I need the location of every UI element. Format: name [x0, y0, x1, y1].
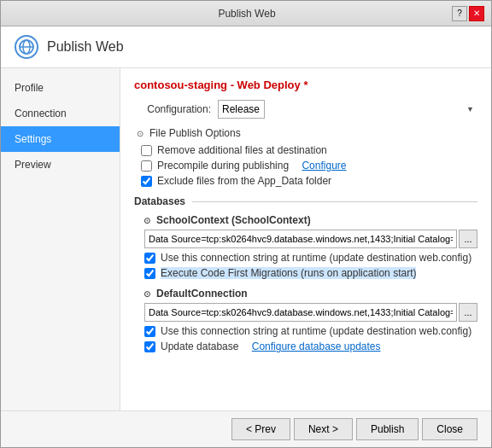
close-button[interactable]: Close [422, 418, 477, 440]
remove-files-label: Remove additional files at destination [157, 144, 327, 156]
divider-line [192, 201, 477, 202]
defaultconnection-runtime-checkbox[interactable] [144, 326, 155, 337]
schoolcontext-runtime-label: Use this connection string at runtime (u… [161, 252, 472, 264]
close-title-button[interactable]: ✕ [469, 6, 484, 21]
defaultconnection-header[interactable]: ⊙ DefaultConnection [141, 288, 477, 300]
exclude-app-row: Exclude files from the App_Data folder [141, 175, 477, 187]
schoolcontext-runtime-row: Use this connection string at runtime (u… [144, 252, 477, 264]
exclude-app-label: Exclude files from the App_Data folder [157, 175, 331, 187]
file-publish-options-group: Remove additional files at destination P… [141, 144, 477, 187]
defaultconnection-update-checkbox[interactable] [144, 341, 155, 352]
publish-button[interactable]: Publish [356, 418, 419, 440]
schoolcontext-header[interactable]: ⊙ SchoolContext (SchoolContext) [141, 214, 477, 226]
defaultconnection-input-row: ... [144, 303, 477, 322]
config-row: Configuration: Release Debug [134, 100, 477, 119]
title-bar: Publish Web ? ✕ [1, 1, 491, 26]
defaultconnection-input[interactable] [144, 303, 457, 322]
precompile-configure-link[interactable]: Configure [302, 160, 346, 172]
remove-files-row: Remove additional files at destination [141, 144, 477, 156]
prev-button[interactable]: < Prev [231, 418, 290, 440]
defaultconnection-runtime-label: Use this connection string at runtime (u… [161, 325, 472, 337]
schoolcontext-migrations-row: Execute Code First Migrations (runs on a… [144, 267, 477, 279]
collapse-icon-file: ⊙ [134, 127, 146, 139]
next-button[interactable]: Next > [294, 418, 353, 440]
schoolcontext-browse-btn[interactable]: ... [459, 230, 477, 248]
sidebar-item-connection[interactable]: Connection [1, 101, 120, 126]
defaultconnection-browse-btn[interactable]: ... [459, 303, 477, 322]
schoolcontext-migrations-checkbox[interactable] [144, 268, 155, 279]
file-publish-options-label: File Publish Options [149, 127, 241, 139]
help-button[interactable]: ? [452, 6, 467, 21]
precompile-checkbox[interactable] [141, 160, 152, 172]
precompile-row: Precompile during publishing Configure [141, 160, 477, 172]
main-content: contosou-staging - Web Deploy * Configur… [120, 68, 491, 410]
defaultconnection-label: DefaultConnection [156, 288, 248, 300]
section-title-row: contosou-staging - Web Deploy * [134, 79, 477, 91]
defaultconnection-update-label: Update database [161, 340, 238, 352]
defaultconnection-runtime-row: Use this connection string at runtime (u… [144, 325, 477, 337]
schoolcontext-group: ⊙ SchoolContext (SchoolContext) ... Use … [141, 214, 477, 279]
publish-web-dialog: Publish Web ? ✕ Publish Web Profile Conn… [0, 0, 492, 448]
defaultconnection-group: ⊙ DefaultConnection ... Use this connect… [141, 288, 477, 352]
config-select[interactable]: Release Debug [218, 100, 265, 119]
defaultconnection-update-row: Update database Configure database updat… [144, 340, 477, 352]
dialog-footer: < Prev Next > Publish Close [1, 410, 491, 447]
header-title: Publish Web [47, 39, 124, 55]
sidebar-item-profile[interactable]: Profile [1, 75, 120, 101]
dialog-content: Profile Connection Settings Preview cont… [1, 68, 491, 410]
deploy-section-title: contosou-staging - Web Deploy * [134, 79, 308, 91]
databases-divider: Databases [134, 195, 477, 207]
sidebar-item-settings[interactable]: Settings [1, 126, 120, 152]
precompile-label: Precompile during publishing [157, 160, 289, 172]
title-bar-buttons: ? ✕ [452, 6, 484, 21]
schoolcontext-input-row: ... [144, 230, 477, 248]
collapse-icon-default: ⊙ [141, 288, 153, 300]
databases-label: Databases [134, 195, 185, 207]
config-label: Configuration: [134, 103, 211, 115]
config-select-wrapper: Release Debug [218, 100, 477, 119]
configure-db-updates-link[interactable]: Configure database updates [252, 340, 381, 352]
schoolcontext-label: SchoolContext (SchoolContext) [156, 214, 311, 226]
schoolcontext-connection-input[interactable] [144, 230, 457, 248]
remove-files-checkbox[interactable] [141, 145, 152, 156]
schoolcontext-migrations-label: Execute Code First Migrations (runs on a… [161, 267, 416, 279]
exclude-app-checkbox[interactable] [141, 176, 152, 187]
collapse-icon-school: ⊙ [141, 214, 153, 226]
file-publish-options-header[interactable]: ⊙ File Publish Options [134, 127, 477, 139]
schoolcontext-runtime-checkbox[interactable] [144, 253, 155, 264]
sidebar: Profile Connection Settings Preview [1, 68, 120, 410]
title-bar-text: Publish Web [42, 8, 452, 20]
dialog-header: Publish Web [1, 26, 491, 68]
sidebar-item-preview[interactable]: Preview [1, 152, 120, 177]
publish-web-icon [15, 35, 38, 59]
